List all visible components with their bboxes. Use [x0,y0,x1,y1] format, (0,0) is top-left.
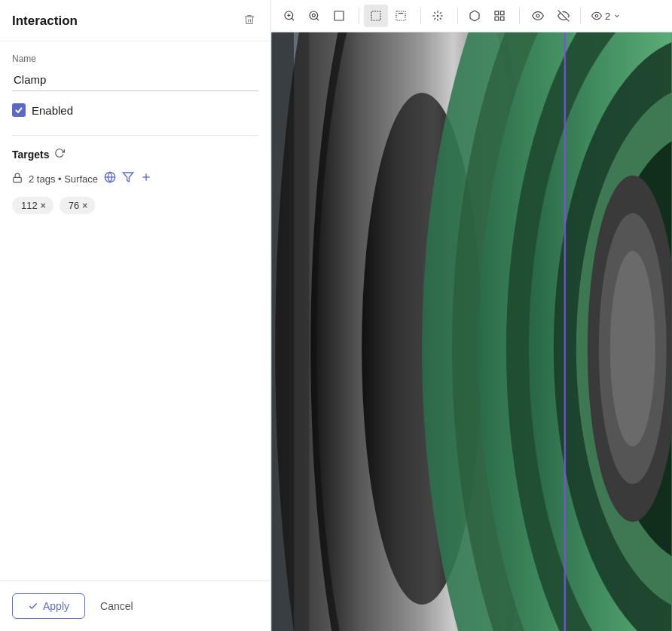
box-select-button[interactable] [364,5,388,27]
svg-rect-29 [500,17,504,20]
name-input[interactable] [12,69,258,91]
view-count: 2 [605,11,610,22]
name-label: Name [12,54,258,64]
svg-rect-28 [495,17,499,20]
apply-button[interactable]: Apply [12,593,85,619]
toolbar-sep-2 [420,8,421,24]
svg-rect-51 [271,32,294,631]
transform-button[interactable] [426,5,450,27]
dropdown-chevron-icon [613,12,621,20]
svg-marker-3 [123,173,133,182]
visibility-1-button[interactable] [526,5,550,27]
enabled-label: Enabled [32,104,73,117]
divider-1 [12,135,258,136]
tags-container: 112 × 76 × [12,197,258,214]
tag-close-76[interactable]: × [82,201,87,210]
svg-line-22 [434,12,435,14]
left-panel: Interaction Name Enabled Target [0,0,271,631]
svg-point-32 [595,14,598,17]
globe-icon[interactable] [104,171,116,186]
svg-rect-26 [495,11,499,15]
frame-button[interactable] [327,5,351,27]
tag-chip-76: 76 × [60,197,95,214]
lock-icon [12,173,23,185]
svg-line-23 [440,18,441,20]
toolbar-sep-5 [580,8,581,24]
3d-model-svg [271,32,672,631]
toolbar-group-select [364,5,413,27]
svg-line-25 [434,18,435,20]
svg-rect-52 [294,32,309,631]
tag-value-112: 112 [21,200,38,211]
panel-header: Interaction [0,0,270,41]
3d-viewport[interactable] [271,32,672,631]
grid-button[interactable] [487,5,512,27]
panel-title: Interaction [12,14,78,29]
svg-rect-13 [334,11,344,20]
tag-close-112[interactable]: × [41,201,46,210]
panel-body: Name Enabled Targets [0,41,270,580]
svg-rect-27 [500,11,504,15]
targets-label: Targets [12,149,50,161]
enabled-checkbox[interactable] [12,103,26,117]
toolbar: 2 [271,0,672,32]
view-count-button[interactable]: 2 [585,8,627,25]
focus-selected-button[interactable] [302,5,326,27]
toolbar-group-transform [426,5,450,27]
svg-rect-14 [371,11,380,20]
toolbar-group-view [463,5,512,27]
toolbar-sep-4 [519,8,520,24]
enabled-row: Enabled [12,103,258,117]
toolbar-eye-group [526,5,576,27]
right-panel: 2 [271,0,672,631]
svg-point-30 [536,14,539,17]
cancel-button[interactable]: Cancel [94,594,139,618]
add-tag-icon[interactable] [140,171,152,186]
svg-line-24 [440,12,441,14]
visibility-2-button[interactable] [551,5,576,27]
apply-label: Apply [43,600,69,612]
delete-icon[interactable] [240,11,258,32]
toolbar-group-focus [277,5,351,27]
toolbar-sep-1 [359,8,359,24]
focus-all-button[interactable] [277,5,301,27]
svg-point-10 [310,11,318,20]
tags-summary: 2 tags • Surface [29,173,98,185]
svg-point-49 [610,251,655,447]
toolbar-sep-3 [457,8,458,24]
tag-chip-112: 112 × [12,197,53,214]
targets-row: Targets [12,148,258,161]
targets-info-row: 2 tags • Surface [12,171,258,186]
svg-line-7 [292,18,294,20]
svg-point-12 [312,14,315,17]
panel-footer: Apply Cancel [0,580,270,631]
filter-icon[interactable] [122,171,134,186]
perspective-button[interactable] [463,5,487,27]
lasso-select-button[interactable] [389,5,413,27]
tag-value-76: 76 [69,200,79,211]
svg-rect-0 [14,177,22,182]
svg-rect-15 [396,11,405,20]
svg-point-17 [437,15,438,16]
svg-line-11 [316,18,319,20]
name-field-group: Name [12,54,258,91]
refresh-icon[interactable] [54,148,65,161]
